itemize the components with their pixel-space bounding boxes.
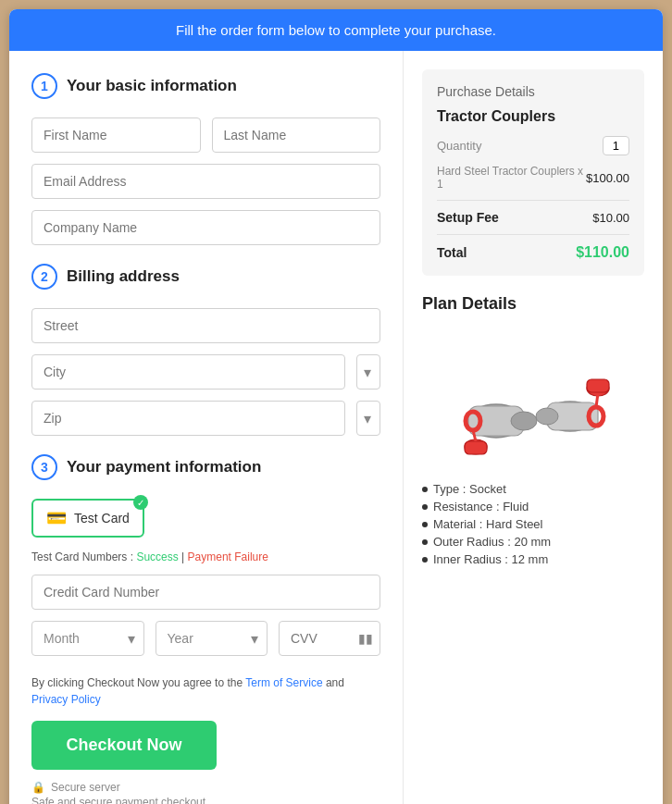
month-year-cvv-row: Month 010203 040506 070809 101112 Year 2… — [31, 621, 380, 656]
state-wrapper: - — [356, 401, 380, 436]
country-select[interactable]: Country — [356, 354, 380, 390]
setup-fee-label: Setup Fee — [437, 210, 499, 225]
secure-server-text: Secure server — [51, 781, 120, 794]
month-select[interactable]: Month 010203 040506 070809 101112 — [31, 621, 144, 656]
left-column: 1 Your basic information 2 Billing addre… — [9, 51, 404, 804]
cvv-icon: ▮▮ — [358, 631, 373, 646]
purchase-details-title: Purchase Details — [437, 84, 629, 99]
terms-text2: and — [326, 676, 344, 689]
item-row: Hard Steel Tractor Couplers x 1 $100.00 — [437, 165, 629, 191]
email-input[interactable] — [31, 164, 380, 199]
purchase-details-box: Purchase Details Tractor Couplers Quanti… — [422, 69, 644, 276]
page-wrapper: Fill the order form below to complete yo… — [9, 9, 663, 804]
section2-header: 2 Billing address — [31, 264, 380, 290]
section1-header: 1 Your basic information — [31, 73, 380, 99]
email-row — [31, 164, 380, 199]
section1-title: Your basic information — [67, 77, 237, 95]
total-price: $110.00 — [576, 244, 629, 261]
secure-payment-text: Safe and secure payment checkout. — [31, 796, 208, 804]
checkout-button[interactable]: Checkout Now — [31, 721, 217, 770]
country-wrapper: Country — [356, 354, 380, 390]
spec-type: Type : Socket — [422, 482, 644, 496]
plan-details-section: Plan Details — [422, 294, 644, 566]
failure-link[interactable]: Payment Failure — [188, 550, 268, 563]
spec-resistance: Resistance : Fluid — [422, 500, 644, 513]
privacy-link[interactable]: Privacy Policy — [31, 693, 101, 706]
product-image — [441, 328, 626, 467]
test-card-text: Test Card Numbers : — [31, 550, 133, 563]
svg-rect-12 — [465, 441, 487, 454]
bullet-icon — [422, 522, 428, 527]
year-select[interactable]: Year 202420252026 202720282029 — [156, 621, 268, 656]
right-column: Purchase Details Tractor Couplers Quanti… — [404, 51, 663, 804]
city-country-row: Country — [31, 354, 380, 390]
svg-line-10 — [596, 393, 598, 407]
credit-card-icon: 💳 — [46, 508, 67, 528]
cvv-wrapper: ▮▮ — [279, 621, 380, 656]
street-row — [31, 308, 380, 343]
year-wrapper: Year 202420252026 202720282029 — [156, 621, 268, 656]
item-desc: Hard Steel Tractor Couplers x 1 — [437, 165, 586, 191]
section1-number: 1 — [31, 73, 57, 99]
item-price: $100.00 — [586, 171, 629, 185]
divider2 — [437, 234, 629, 235]
plan-details-title: Plan Details — [422, 294, 644, 314]
svg-point-6 — [536, 408, 558, 425]
quantity-row: Quantity 1 — [437, 136, 629, 155]
company-row — [31, 210, 380, 245]
product-image-area — [422, 328, 644, 467]
bullet-icon — [422, 539, 428, 545]
checkout-terms: By clicking Checkout Now you agree to th… — [31, 674, 380, 708]
section3-number: 3 — [31, 454, 57, 480]
success-link[interactable]: Success — [136, 550, 178, 563]
terms-text1: By clicking Checkout Now you agree to th… — [31, 676, 245, 689]
banner-text: Fill the order form below to complete yo… — [176, 22, 496, 38]
card-option-label: Test Card — [74, 511, 130, 526]
card-check-icon: ✓ — [133, 495, 148, 510]
secure-payment-row: Safe and secure payment checkout. — [31, 796, 380, 804]
lock-icon: 🔒 — [31, 781, 45, 794]
product-name: Tractor Couplers — [437, 108, 629, 125]
spec-inner: Inner Radius : 12 mm — [422, 552, 644, 566]
first-name-input[interactable] — [31, 118, 201, 153]
zip-state-row: - — [31, 401, 380, 436]
setup-fee-price: $10.00 — [592, 211, 629, 225]
test-card-info: Test Card Numbers : Success | Payment Fa… — [31, 550, 380, 563]
product-specs: Type : Socket Resistance : Fluid Materia… — [422, 482, 644, 566]
quantity-value: 1 — [603, 136, 629, 155]
zip-input[interactable] — [31, 401, 345, 436]
secure-info: 🔒 Secure server Safe and secure payment … — [31, 781, 380, 804]
section2-title: Billing address — [67, 267, 180, 286]
section3-header: 3 Your payment information — [31, 454, 380, 480]
spec-material: Material : Hard Steel — [422, 517, 644, 531]
section3-title: Your payment information — [67, 458, 261, 476]
section2-number: 2 — [31, 264, 57, 290]
quantity-label: Quantity — [437, 139, 481, 153]
company-input[interactable] — [31, 210, 380, 245]
name-row — [31, 118, 380, 153]
credit-card-input[interactable] — [31, 575, 380, 610]
setup-fee-row: Setup Fee $10.00 — [437, 210, 629, 225]
spec-outer: Outer Radius : 20 mm — [422, 535, 644, 549]
month-wrapper: Month 010203 040506 070809 101112 — [31, 621, 144, 656]
top-banner: Fill the order form below to complete yo… — [9, 9, 663, 51]
svg-rect-9 — [587, 379, 609, 392]
last-name-input[interactable] — [212, 118, 381, 153]
state-select[interactable]: - — [356, 401, 380, 436]
total-label: Total — [437, 245, 467, 260]
cc-number-row — [31, 575, 380, 610]
bullet-icon — [422, 557, 428, 563]
svg-point-2 — [511, 412, 537, 430]
card-option-btn[interactable]: 💳 Test Card ✓ — [31, 499, 144, 538]
secure-server-row: 🔒 Secure server — [31, 781, 380, 794]
total-row: Total $110.00 — [437, 244, 629, 261]
main-content: 1 Your basic information 2 Billing addre… — [9, 51, 663, 804]
bullet-icon — [422, 504, 428, 510]
terms-link[interactable]: Term of Service — [245, 676, 322, 689]
city-input[interactable] — [31, 354, 345, 390]
bullet-icon — [422, 487, 428, 492]
street-input[interactable] — [31, 308, 380, 343]
divider1 — [437, 200, 629, 201]
